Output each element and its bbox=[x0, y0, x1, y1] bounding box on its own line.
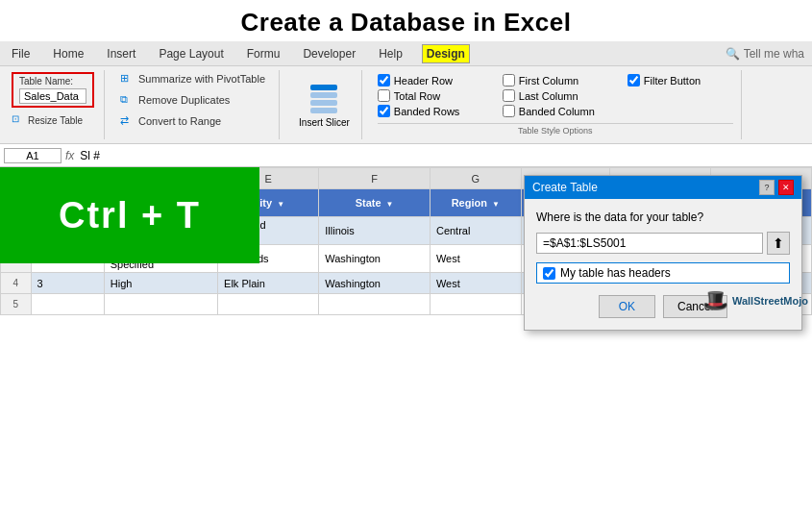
first-column-checkbox[interactable]: First Column bbox=[503, 74, 608, 86]
dialog-range-select-btn[interactable]: ⬆ bbox=[767, 232, 790, 255]
svg-rect-0 bbox=[310, 85, 337, 90]
menu-formula[interactable]: Formu bbox=[243, 45, 284, 62]
dialog-titlebar: Create Table ? ✕ bbox=[525, 176, 801, 199]
duplicate-icon bbox=[120, 93, 134, 107]
cell-sl-3: 3 bbox=[31, 273, 104, 294]
slicer-label: Insert Slicer bbox=[299, 117, 350, 128]
menu-home[interactable]: Home bbox=[49, 45, 87, 62]
total-row-checkbox[interactable]: Total Row bbox=[378, 89, 483, 102]
pivot-icon bbox=[120, 72, 134, 86]
svg-rect-2 bbox=[310, 100, 337, 106]
search-box[interactable]: 🔍 Tell me wha bbox=[726, 47, 804, 61]
search-icon: 🔍 bbox=[726, 47, 740, 61]
dialog-headers-checkbox[interactable] bbox=[543, 267, 555, 280]
row-num-4: 5 bbox=[1, 294, 32, 315]
ctrl-t-text: Ctrl + T bbox=[59, 195, 201, 236]
summarize-btn[interactable]: Summarize with PivotTable bbox=[116, 70, 269, 87]
menu-insert[interactable]: Insert bbox=[103, 45, 139, 62]
banded-column-checkbox[interactable]: Banded Column bbox=[503, 105, 608, 117]
table-name-value[interactable]: Sales_Data bbox=[19, 88, 86, 104]
menu-help[interactable]: Help bbox=[375, 45, 406, 62]
menu-design[interactable]: Design bbox=[422, 44, 470, 63]
formula-content: Sl # bbox=[80, 149, 100, 162]
resize-table-label: Resize Table bbox=[28, 115, 83, 126]
dialog-close-btn[interactable]: ✕ bbox=[778, 180, 794, 195]
table-style-options: Header Row First Column Filter Button To… bbox=[370, 70, 742, 139]
convert-icon bbox=[120, 114, 134, 128]
slicer-icon bbox=[307, 83, 341, 117]
banded-rows-checkbox[interactable]: Banded Rows bbox=[378, 105, 483, 117]
last-column-checkbox[interactable]: Last Column bbox=[503, 89, 608, 102]
svg-rect-1 bbox=[310, 92, 337, 98]
cell-order-3: High bbox=[104, 273, 217, 294]
cell-reference[interactable] bbox=[4, 148, 62, 163]
menu-page-layout[interactable]: Page Layout bbox=[155, 45, 227, 62]
ribbon: Table Name: Sales_Data Resize Table Summ… bbox=[0, 66, 812, 144]
filter-button-checkbox[interactable]: Filter Button bbox=[627, 74, 733, 86]
resize-icon bbox=[12, 113, 25, 127]
menu-bar: File Home Insert Page Layout Formu Devel… bbox=[0, 41, 812, 66]
cell-state-1: Illinois bbox=[319, 217, 431, 245]
remove-duplicates-btn[interactable]: Remove Duplicates bbox=[116, 91, 234, 109]
table-name-box: Table Name: Sales_Data bbox=[12, 72, 94, 108]
convert-to-range-btn[interactable]: Convert to Range bbox=[116, 112, 225, 130]
fx-label: fx bbox=[65, 149, 74, 162]
menu-file[interactable]: File bbox=[8, 45, 34, 62]
ribbon-group-tools: Summarize with PivotTable Remove Duplica… bbox=[112, 70, 280, 139]
table-style-options-label: Table Style Options bbox=[378, 123, 733, 136]
dialog-ok-btn[interactable]: OK bbox=[599, 295, 655, 318]
tbl-header-region: Region ▼ bbox=[430, 189, 521, 217]
dialog-headers-label: My table has headers bbox=[560, 266, 671, 280]
brand-name: WallStreetMojo bbox=[732, 295, 808, 307]
convert-to-range-label: Convert to Range bbox=[138, 115, 221, 127]
brand-icon: 🎩 bbox=[702, 288, 728, 313]
remove-duplicates-label: Remove Duplicates bbox=[138, 94, 230, 106]
spreadsheet-area: Ctrl + T A D E F G bbox=[0, 167, 812, 315]
cell-state-3: Washington bbox=[319, 273, 431, 294]
dialog-title: Create Table bbox=[532, 181, 598, 194]
dialog-question: Where is the data for your table? bbox=[536, 210, 790, 224]
ctrl-t-overlay: Ctrl + T bbox=[0, 167, 259, 263]
slicer-group[interactable]: Insert Slicer bbox=[287, 70, 362, 139]
dialog-headers-checkbox-row: My table has headers bbox=[536, 262, 790, 284]
cell-region-2: West bbox=[430, 245, 521, 273]
search-placeholder: Tell me wha bbox=[744, 47, 804, 61]
page-title: Create a Database in Excel bbox=[0, 0, 812, 41]
cell-empty-2 bbox=[104, 294, 217, 315]
row-num-3: 4 bbox=[1, 273, 32, 294]
resize-table-btn[interactable]: Resize Table bbox=[12, 113, 83, 127]
col-header-f: F bbox=[319, 168, 431, 189]
cell-region-3: West bbox=[430, 273, 521, 294]
cell-empty-1 bbox=[31, 294, 104, 315]
ribbon-group-properties: Table Name: Sales_Data Resize Table bbox=[8, 70, 105, 139]
header-row-checkbox[interactable]: Header Row bbox=[378, 74, 483, 86]
cell-empty-4 bbox=[319, 294, 431, 315]
branding: 🎩 WallStreetMojo bbox=[702, 288, 808, 313]
dialog-range-input[interactable] bbox=[536, 233, 763, 254]
menu-developer[interactable]: Developer bbox=[299, 45, 359, 62]
summarize-label: Summarize with PivotTable bbox=[138, 73, 265, 85]
tbl-header-state: State ▼ bbox=[319, 189, 431, 217]
table-name-label: Table Name: bbox=[19, 76, 86, 86]
dialog-help-btn[interactable]: ? bbox=[759, 180, 775, 195]
cell-empty-5 bbox=[430, 294, 521, 315]
cell-empty-3 bbox=[218, 294, 319, 315]
svg-rect-3 bbox=[310, 108, 337, 113]
cell-city-3: Elk Plain bbox=[218, 273, 319, 294]
formula-bar: fx Sl # bbox=[0, 144, 812, 167]
cell-region-1: Central bbox=[430, 217, 521, 245]
cell-state-2: Washington bbox=[319, 245, 431, 273]
col-header-g: G bbox=[430, 168, 521, 189]
